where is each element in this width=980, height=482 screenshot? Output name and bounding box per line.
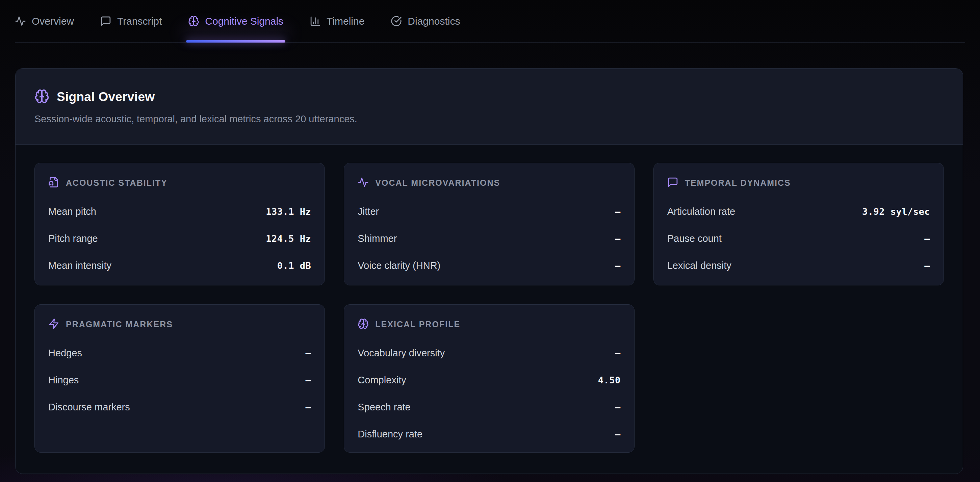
metric-value: 133.1 Hz [266, 206, 311, 217]
brain-icon [188, 16, 199, 27]
metric-label: Articulation rate [667, 206, 735, 217]
tabs-container: OverviewTranscriptCognitive SignalsTimel… [15, 0, 460, 42]
metric-label: Disfluency rate [358, 429, 422, 440]
card-header: LEXICAL PROFILE [358, 318, 620, 331]
metric-value: – [305, 402, 311, 412]
card-header: ACOUSTIC STABILITY [48, 177, 311, 189]
metric-label: Shimmer [358, 233, 397, 244]
panel-subtitle: Session-wide acoustic, temporal, and lex… [35, 113, 944, 125]
metric-label: Pause count [667, 233, 722, 244]
card-pragmatic-markers: PRAGMATIC MARKERSHedges–Hinges–Discourse… [35, 304, 325, 453]
metric-value: – [615, 429, 621, 439]
metric-row-vocabulary-diversity: Vocabulary diversity– [358, 339, 620, 366]
message-square-icon [667, 177, 678, 189]
tab-transcript[interactable]: Transcript [100, 0, 162, 42]
card-acoustic-stability: ACOUSTIC STABILITYMean pitch133.1 HzPitc… [35, 163, 325, 285]
metric-row-mean-intensity: Mean intensity0.1 dB [48, 252, 311, 279]
card-header: PRAGMATIC MARKERS [48, 318, 311, 331]
card-title: TEMPORAL DYNAMICS [685, 178, 791, 188]
metric-label: Vocabulary diversity [358, 348, 445, 359]
message-square-icon [100, 16, 111, 27]
tab-diagnostics[interactable]: Diagnostics [391, 0, 460, 42]
card-header: TEMPORAL DYNAMICS [667, 177, 930, 189]
metric-row-complexity: Complexity4.50 [358, 366, 620, 393]
tab-timeline[interactable]: Timeline [310, 0, 364, 42]
tab-cognitive-signals[interactable]: Cognitive Signals [188, 0, 283, 42]
active-tab-underline [186, 40, 285, 43]
metric-label: Pitch range [48, 233, 98, 244]
metric-label: Mean pitch [48, 206, 96, 217]
metric-row-hedges: Hedges– [48, 339, 311, 366]
panel-title-row: Signal Overview [35, 89, 944, 105]
check-circle-icon [391, 16, 402, 27]
metric-label: Discourse markers [48, 402, 130, 413]
tab-overview[interactable]: Overview [15, 0, 74, 42]
metric-value: – [615, 234, 621, 244]
file-audio-icon [48, 177, 59, 189]
metric-row-voice-clarity-hnr: Voice clarity (HNR)– [358, 252, 620, 279]
metric-row-speech-rate: Speech rate– [358, 393, 620, 420]
metric-label: Mean intensity [48, 260, 111, 271]
metric-label: Speech rate [358, 402, 410, 413]
metric-row-pitch-range: Pitch range124.5 Hz [48, 225, 311, 252]
metric-value: – [305, 375, 311, 385]
card-title: ACOUSTIC STABILITY [66, 178, 167, 188]
card-vocal-microvariations: VOCAL MICROVARIATIONSJitter–Shimmer–Voic… [344, 163, 634, 285]
card-title: PRAGMATIC MARKERS [66, 320, 173, 329]
metric-row-mean-pitch: Mean pitch133.1 Hz [48, 198, 311, 225]
metric-row-articulation-rate: Articulation rate3.92 syl/sec [667, 198, 930, 225]
zap-icon [48, 318, 59, 331]
metric-label: Voice clarity (HNR) [358, 260, 441, 271]
brain-icon [358, 318, 369, 331]
metric-value: – [615, 348, 621, 358]
tab-label: Diagnostics [407, 16, 460, 27]
tab-label: Overview [32, 16, 74, 27]
card-temporal-dynamics: TEMPORAL DYNAMICSArticulation rate3.92 s… [654, 163, 944, 285]
metric-value: – [305, 348, 311, 358]
tab-label: Cognitive Signals [205, 16, 283, 27]
metric-value: 4.50 [598, 375, 621, 385]
bar-chart-icon [310, 16, 321, 27]
brain-icon [35, 89, 49, 105]
card-lexical-profile: LEXICAL PROFILEVocabulary diversity–Comp… [344, 304, 634, 453]
metric-row-hinges: Hinges– [48, 366, 311, 393]
card-title: VOCAL MICROVARIATIONS [375, 178, 500, 188]
metric-label: Jitter [358, 206, 379, 217]
metric-label: Lexical density [667, 260, 732, 271]
card-title: LEXICAL PROFILE [375, 320, 460, 329]
metric-row-disfluency-rate: Disfluency rate– [358, 420, 620, 447]
tab-label: Transcript [117, 16, 162, 27]
metric-value: 0.1 dB [277, 261, 311, 271]
metric-row-lexical-density: Lexical density– [667, 252, 930, 279]
metric-value: 124.5 Hz [266, 234, 311, 244]
metric-label: Complexity [358, 375, 406, 386]
metric-value: – [924, 234, 930, 244]
card-header: VOCAL MICROVARIATIONS [358, 177, 620, 189]
panel-header: Signal Overview Session-wide acoustic, t… [16, 68, 963, 145]
tab-bar: OverviewTranscriptCognitive SignalsTimel… [15, 0, 965, 43]
metric-row-pause-count: Pause count– [667, 225, 930, 252]
metric-label: Hedges [48, 348, 82, 359]
tab-label: Timeline [326, 16, 364, 27]
metric-row-discourse-markers: Discourse markers– [48, 393, 311, 420]
metric-row-shimmer: Shimmer– [358, 225, 620, 252]
panel-title: Signal Overview [57, 90, 155, 104]
activity-icon [358, 177, 369, 189]
metric-value: 3.92 syl/sec [862, 206, 930, 217]
metric-row-jitter: Jitter– [358, 198, 620, 225]
metric-value: – [615, 206, 621, 217]
metric-value: – [615, 402, 621, 412]
metrics-grid: ACOUSTIC STABILITYMean pitch133.1 HzPitc… [16, 145, 963, 471]
metric-value: – [615, 261, 621, 271]
metric-label: Hinges [48, 375, 79, 386]
signal-overview-panel: Signal Overview Session-wide acoustic, t… [15, 68, 963, 474]
activity-icon [15, 16, 26, 27]
metric-value: – [924, 261, 930, 271]
